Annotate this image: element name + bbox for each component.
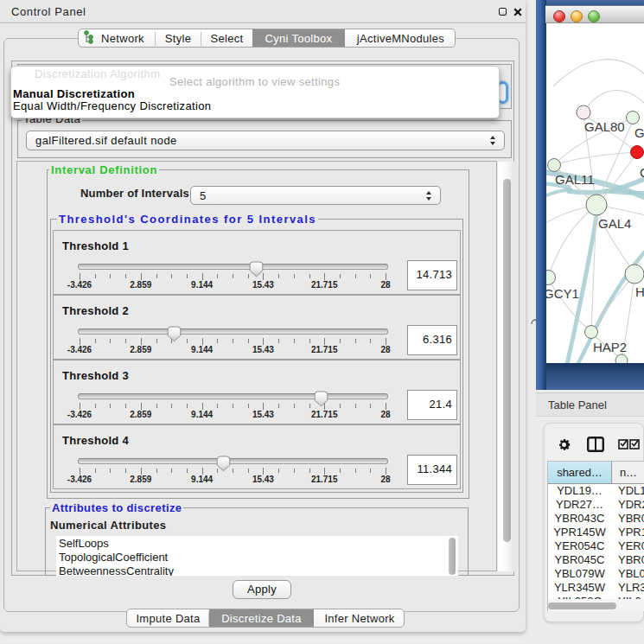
svg-text:GAL4: GAL4 xyxy=(598,216,631,231)
svg-text:GAL80: GAL80 xyxy=(584,119,625,134)
svg-text:HAP2: HAP2 xyxy=(593,340,627,354)
svg-text:GAL11: GAL11 xyxy=(555,172,595,187)
svg-text:H: H xyxy=(635,284,644,299)
svg-text:C: C xyxy=(640,165,644,180)
svg-text:GA: GA xyxy=(634,125,644,140)
svg-text:GCY1: GCY1 xyxy=(546,286,579,301)
